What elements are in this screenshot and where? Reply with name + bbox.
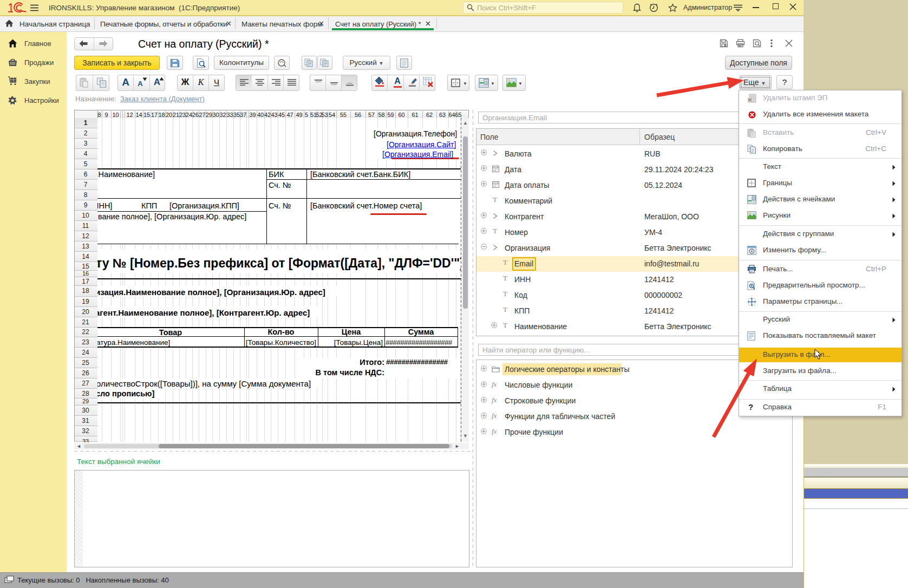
svg-text:R: R <box>485 80 488 83</box>
svg-text:R: R <box>753 196 755 199</box>
